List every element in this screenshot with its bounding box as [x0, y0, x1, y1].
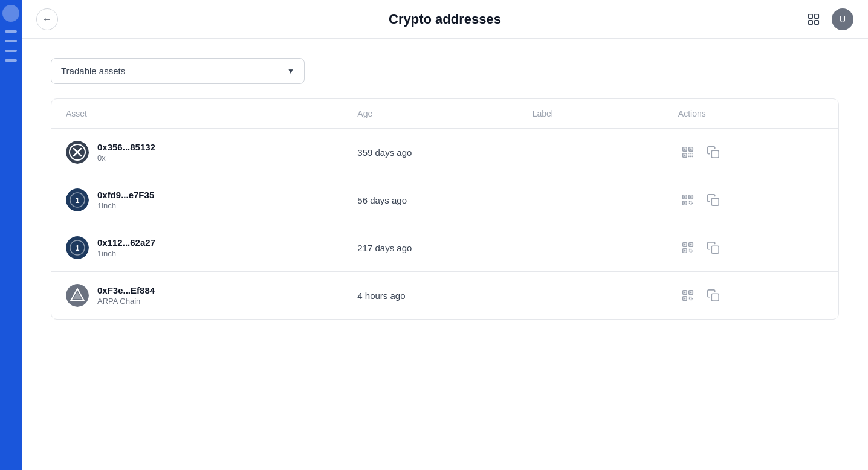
sidebar-item-3	[5, 50, 17, 52]
age-cell-4: 4 hours ago	[357, 291, 532, 301]
actions-cell-2	[678, 190, 824, 210]
table-row: 1 0x112...62a27 1inch 217 days ago	[51, 224, 838, 272]
copy-button-2[interactable]	[704, 190, 723, 210]
asset-cell-4: 0xF3e...Ef884 ARPA Chain	[66, 284, 357, 307]
svg-rect-34	[690, 201, 691, 202]
back-button[interactable]: ←	[36, 8, 58, 30]
age-cell-1: 359 days ago	[357, 147, 532, 158]
svg-rect-38	[711, 198, 719, 205]
content-area: Tradable assets ▼ Asset Age Label Action…	[22, 39, 868, 470]
svg-rect-23	[711, 150, 719, 158]
copy-icon	[707, 193, 720, 207]
asset-sub-3: 1inch	[97, 249, 155, 258]
asset-cell-3: 1 0x112...62a27 1inch	[66, 236, 357, 259]
sidebar	[0, 0, 22, 470]
svg-rect-45	[684, 244, 685, 246]
svg-rect-2	[809, 20, 812, 24]
svg-rect-64	[690, 297, 691, 298]
table-row: 1 0xfd9...e7F35 1inch 56 days ago	[51, 176, 838, 224]
svg-rect-68	[711, 294, 719, 301]
age-cell-2: 56 days ago	[357, 195, 532, 205]
svg-rect-47	[684, 250, 685, 252]
table-header: Asset Age Label Actions	[51, 99, 838, 129]
avatar[interactable]: U	[832, 8, 853, 30]
svg-rect-53	[711, 246, 719, 253]
svg-rect-12	[690, 149, 692, 150]
copy-icon	[707, 146, 720, 159]
svg-rect-35	[689, 203, 690, 204]
qr-code-button-3[interactable]	[678, 238, 698, 257]
qr-code-icon	[681, 289, 695, 302]
asset-sub-2: 1inch	[97, 201, 154, 210]
svg-rect-37	[690, 204, 691, 205]
qr-code-icon	[681, 193, 695, 207]
svg-rect-48	[689, 249, 690, 250]
column-header-actions: Actions	[678, 109, 824, 118]
asset-icon-2: 1	[66, 188, 89, 211]
svg-rect-62	[684, 298, 685, 300]
svg-rect-49	[690, 249, 691, 250]
svg-rect-32	[684, 202, 685, 204]
svg-rect-52	[690, 251, 691, 253]
svg-rect-1	[815, 14, 818, 18]
svg-rect-13	[684, 155, 685, 156]
svg-rect-63	[689, 297, 690, 298]
copy-button-1[interactable]	[704, 143, 723, 162]
qr-code-button-2[interactable]	[678, 190, 698, 210]
tradable-assets-dropdown[interactable]: Tradable assets ▼	[51, 58, 305, 84]
asset-info-3: 0x112...62a27 1inch	[97, 237, 155, 258]
svg-rect-11	[684, 149, 685, 150]
column-header-age: Age	[357, 109, 532, 118]
page-title: Crypto addresses	[389, 11, 501, 27]
age-cell-3: 217 days ago	[357, 243, 532, 253]
asset-icon-3: 1	[66, 236, 89, 259]
svg-rect-60	[684, 292, 685, 294]
filter-container: Tradable assets ▼	[51, 58, 839, 84]
actions-cell-1	[678, 143, 824, 162]
sidebar-item-1	[5, 30, 17, 33]
svg-rect-30	[684, 196, 685, 198]
copy-button-3[interactable]	[704, 238, 723, 257]
header: ← Crypto addresses U	[22, 0, 868, 39]
asset-info-2: 0xfd9...e7F35 1inch	[97, 190, 154, 210]
qr-code-button-4[interactable]	[678, 286, 698, 305]
svg-rect-67	[690, 299, 691, 300]
apps-icon-button[interactable]	[803, 8, 824, 30]
asset-sub-4: ARPA Chain	[97, 297, 155, 306]
svg-rect-51	[691, 251, 693, 252]
asset-address-1: 0x356...85132	[97, 142, 155, 152]
sidebar-logo	[2, 5, 19, 22]
asset-icon-1	[66, 141, 89, 164]
header-right: U	[803, 8, 853, 30]
column-header-asset: Asset	[66, 109, 357, 118]
table-row: 0xF3e...Ef884 ARPA Chain 4 hours ago	[51, 272, 838, 319]
qr-code-button-1[interactable]	[678, 143, 698, 162]
qr-code-icon	[681, 241, 695, 254]
actions-cell-4	[678, 286, 824, 305]
svg-rect-46	[690, 244, 692, 246]
asset-icon-4	[66, 284, 89, 307]
addresses-table: Asset Age Label Actions	[51, 98, 839, 320]
svg-rect-66	[691, 298, 693, 300]
asset-cell-2: 1 0xfd9...e7F35 1inch	[66, 188, 357, 211]
main-content: ← Crypto addresses U Tradable assets ▼	[22, 0, 868, 470]
header-left: ←	[36, 8, 58, 30]
svg-text:1: 1	[76, 196, 80, 205]
asset-cell-1: 0x356...85132 0x	[66, 141, 357, 164]
svg-rect-36	[691, 203, 693, 204]
copy-button-4[interactable]	[704, 286, 723, 305]
asset-address-3: 0x112...62a27	[97, 237, 155, 248]
dropdown-label: Tradable assets	[61, 66, 125, 76]
sidebar-item-2	[5, 40, 17, 42]
svg-rect-61	[690, 292, 692, 294]
svg-rect-0	[809, 14, 812, 18]
svg-text:1: 1	[76, 244, 80, 253]
chevron-down-icon: ▼	[287, 67, 294, 76]
asset-address-2: 0xfd9...e7F35	[97, 190, 154, 200]
copy-icon	[707, 289, 720, 302]
apps-icon	[807, 13, 820, 26]
svg-rect-31	[690, 196, 692, 198]
svg-rect-65	[689, 298, 690, 300]
actions-cell-3	[678, 238, 824, 257]
copy-icon	[707, 241, 720, 254]
